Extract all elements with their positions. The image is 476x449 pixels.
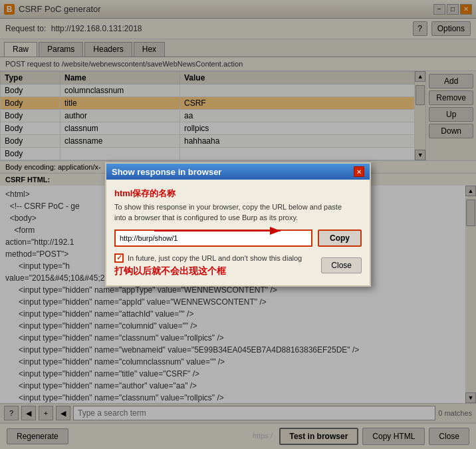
modal-title-bar: Show response in browser ✕ <box>106 164 370 180</box>
future-checkbox[interactable]: ✓ <box>114 253 124 263</box>
checkbox-row: ✓ In future, just copy the URL and don't… <box>114 253 321 263</box>
modal-body: html保存的名称 To show this response in your … <box>106 180 370 285</box>
red-arrow-svg <box>154 224 287 237</box>
checkbox-label: In future, just copy the URL and don't s… <box>128 254 302 262</box>
checkbox-check: ✓ <box>116 253 122 262</box>
modal-description: To show this response in your browser, c… <box>114 202 362 223</box>
modal-close-x-button[interactable]: ✕ <box>354 166 364 177</box>
modal-footer: ✓ In future, just copy the URL and don't… <box>114 253 362 277</box>
modal-annotation2: 打钩以后就不会出现这个框 <box>114 265 321 277</box>
modal-copy-button[interactable]: Copy <box>318 229 362 247</box>
modal-close-button[interactable]: Close <box>321 257 362 273</box>
show-response-modal: Show response in browser ✕ html保存的名称 To … <box>105 162 371 287</box>
modal-annotation1: html保存的名称 <box>114 188 362 200</box>
url-row-container: Copy <box>114 229 362 247</box>
modal-footer-left: ✓ In future, just copy the URL and don't… <box>114 253 321 277</box>
modal-overlay: Show response in browser ✕ html保存的名称 To … <box>0 0 476 449</box>
modal-title: Show response in browser <box>112 167 221 177</box>
